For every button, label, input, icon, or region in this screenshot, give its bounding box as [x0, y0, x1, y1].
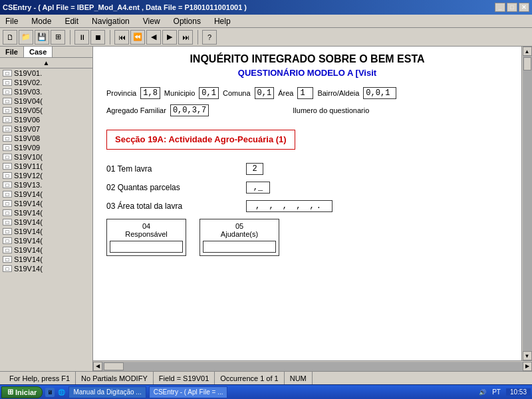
field-status: Field = S19V01	[154, 372, 215, 384]
scroll-thumb[interactable]	[523, 57, 531, 70]
fields-row-1: Provincia 1,8 Municipio 0,1 Comuna 0,1 Á…	[106, 87, 508, 99]
tree-item-s19v14f[interactable]: □ S19V14(	[0, 236, 92, 245]
case-tab[interactable]: Case	[24, 47, 53, 57]
provincia-value[interactable]: 1,8	[140, 87, 160, 99]
cards-row: 04 Responsável 05 Ajudante(s)	[106, 219, 508, 256]
open-button[interactable]: 📁	[19, 30, 33, 45]
content-row: INQUÉRITO INTEGRADO SOBRE O BEM ESTA QUE…	[93, 47, 532, 360]
minimize-button[interactable]: _	[495, 3, 505, 12]
tree-item-s19v06[interactable]: □ S19V06	[0, 115, 92, 124]
folder-icon-s19v06: □	[3, 116, 12, 123]
area-value[interactable]: 1	[297, 87, 313, 99]
tree-item-s19v14i[interactable]: □ S19V14(	[0, 264, 92, 273]
tree-label-s19v14g: S19V14(	[14, 246, 43, 254]
question-number-03: 03	[106, 201, 115, 211]
tree-label-s19v14i: S19V14(	[14, 265, 43, 273]
horizontal-scrollbar: ◀ ▶	[93, 360, 532, 371]
help-button[interactable]: ?	[202, 30, 217, 45]
tree-item-s19v05[interactable]: □ S19V05(	[0, 106, 92, 115]
tree-label-s19v14a: S19V14(	[14, 190, 43, 198]
menu-help[interactable]: Help	[211, 16, 233, 27]
form-subtitle: QUESTIONÁRIO MODELO A [Visit	[106, 68, 508, 78]
maximize-button[interactable]: □	[507, 3, 517, 12]
next-button[interactable]: ▶	[162, 30, 177, 45]
close-button[interactable]: ✕	[519, 3, 529, 12]
tray-icon-1[interactable]: 🔊	[477, 388, 487, 397]
begin-button[interactable]: ⏮	[114, 30, 129, 45]
tree-label-s19v14d: S19V14(	[14, 218, 43, 226]
card-04-input[interactable]	[110, 241, 183, 253]
hscroll-thumb[interactable]	[104, 362, 124, 370]
file-tab[interactable]: File	[0, 47, 24, 57]
tree-label-s19v01: S19V01.	[14, 69, 42, 77]
card-05-number: 05	[203, 222, 276, 230]
card-05-input[interactable]	[203, 241, 276, 253]
tree-item-s19v12[interactable]: □ S19V12(	[0, 171, 92, 180]
quick-launch-icon-2[interactable]: 🌐	[57, 388, 66, 397]
scroll-down-button[interactable]: ▼	[523, 351, 532, 360]
menu-view[interactable]: View	[140, 16, 163, 27]
tree-item-s19v02[interactable]: □ S19V02.	[0, 78, 92, 87]
hscroll-left-button[interactable]: ◀	[93, 362, 102, 371]
menu-mode[interactable]: Mode	[29, 16, 54, 27]
answer-box-02[interactable]: ,_	[246, 182, 270, 194]
quick-launch-icon-1[interactable]: 🖥	[45, 388, 55, 397]
tree-scroll-up[interactable]: ▲	[43, 59, 50, 66]
comuna-label: Comuna	[223, 89, 251, 97]
bairro-value[interactable]: 0,0,1	[363, 87, 396, 99]
provincia-label: Provincia	[106, 89, 136, 97]
tree-item-s19v04[interactable]: □ S19V04(	[0, 96, 92, 106]
municipio-value[interactable]: 0,1	[199, 87, 219, 99]
answer-box-03[interactable]: , , , , ,.	[246, 200, 332, 212]
menu-options[interactable]: Options	[171, 16, 203, 27]
agregado-value[interactable]: 0,0,3,7	[170, 104, 209, 116]
prev-button[interactable]: ◀	[146, 30, 161, 45]
card-05-label: Ajudante(s)	[203, 230, 276, 238]
tree-item-s19v14d[interactable]: □ S19V14(	[0, 217, 92, 227]
tree-item-s19v14b[interactable]: □ S19V14(	[0, 199, 92, 208]
folder-icon-s19v09: □	[3, 144, 12, 151]
folder-icon-s19v12: □	[3, 172, 12, 179]
tree-item-s19v07[interactable]: □ S19V07	[0, 124, 92, 134]
card-05: 05 Ajudante(s)	[200, 219, 279, 256]
tree-item-s19v14a[interactable]: □ S19V14(	[0, 190, 92, 199]
question-row-03: 03 Área total da lavra , , , , ,.	[106, 200, 508, 212]
pause-button[interactable]: ⏸	[74, 30, 89, 45]
agregado-label: Agregado Familiar	[106, 106, 166, 114]
question-text-03: Área total da lavra	[118, 201, 182, 211]
tree-item-s19v14e[interactable]: □ S19V14(	[0, 227, 92, 236]
title-text: CSEntry - ( Apl File = IBEP_Mod_A4.ent ,…	[3, 3, 247, 11]
menu-file[interactable]: File	[3, 16, 21, 27]
taskbar-app-2[interactable]: CSEntry - ( Apl File = ...	[149, 386, 228, 398]
tree-item-s19v10[interactable]: □ S19V10(	[0, 152, 92, 162]
tree-item-s19v09[interactable]: □ S19V09	[0, 143, 92, 152]
scroll-up-button[interactable]: ▲	[523, 47, 532, 56]
municipio-label: Municipio	[164, 89, 195, 97]
title-bar-buttons: _ □ ✕	[495, 3, 529, 12]
tree-item-s19v11[interactable]: □ S19V11(	[0, 162, 92, 171]
tree-item-s19v14h[interactable]: □ S19V14(	[0, 255, 92, 264]
tree-item-s19v14c[interactable]: □ S19V14(	[0, 208, 92, 217]
tree-item-s19v08[interactable]: □ S19V08	[0, 134, 92, 143]
start-button[interactable]: ⊞ Iniciar	[1, 386, 43, 398]
clock: 10:53	[506, 388, 531, 396]
windows-icon: ⊞	[7, 388, 13, 396]
tree-item-s19v01[interactable]: □ S19V01.	[0, 68, 92, 78]
card-04-number: 04	[110, 222, 183, 230]
prev-page-button[interactable]: ⏪	[130, 30, 145, 45]
stop-button[interactable]: ⏹	[90, 30, 105, 45]
comuna-value[interactable]: 0,1	[255, 87, 275, 99]
answer-box-01[interactable]: 2	[246, 163, 263, 175]
end-button[interactable]: ⏭	[178, 30, 193, 45]
tree-item-s19v13[interactable]: □ S19V13.	[0, 180, 92, 190]
hscroll-right-button[interactable]: ▶	[523, 362, 532, 371]
help-text: For Help, press F1	[4, 372, 76, 384]
menu-navigation[interactable]: Navigation	[89, 16, 132, 27]
menu-edit[interactable]: Edit	[62, 16, 81, 27]
tree-item-s19v14g[interactable]: □ S19V14(	[0, 245, 92, 255]
save-button[interactable]: 💾	[35, 30, 49, 45]
tree-item-s19v03[interactable]: □ S19V03.	[0, 87, 92, 96]
taskbar-app-1[interactable]: Manual da Digitação ...	[68, 386, 146, 398]
unknown-button1[interactable]: ⊞	[51, 30, 65, 45]
new-button[interactable]: 🗋	[3, 30, 17, 45]
